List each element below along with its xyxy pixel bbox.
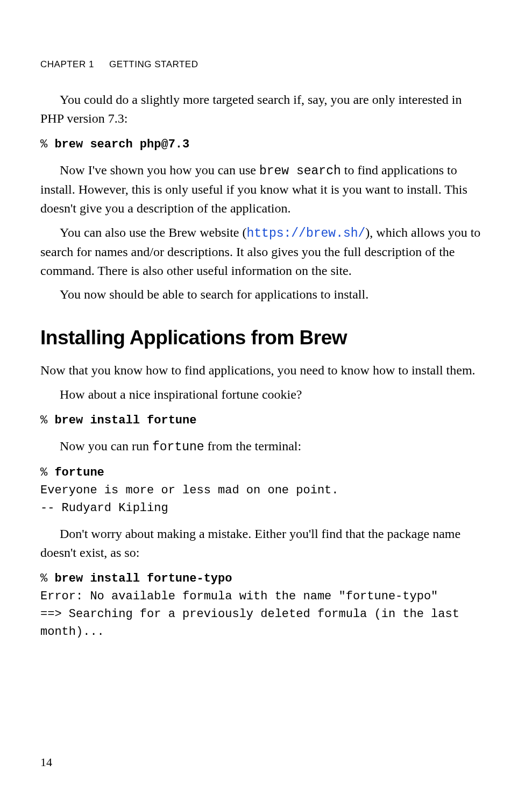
code-block: % brew install fortune (40, 412, 481, 429)
code-block: % fortune Everyone is more or less mad o… (40, 464, 481, 517)
shell-output: Error: No available formula with the nam… (40, 590, 438, 603)
brew-link[interactable]: https://brew.sh/ (247, 226, 366, 240)
shell-output: ==> Searching for a previously deleted f… (40, 607, 466, 639)
page-number: 14 (40, 755, 52, 769)
shell-prompt: % (40, 414, 54, 427)
chapter-number: Chapter 1 (40, 59, 94, 70)
inline-code: fortune (152, 440, 204, 454)
shell-output: -- Rudyard Kipling (40, 501, 168, 515)
shell-prompt: % (40, 466, 54, 479)
shell-command: brew install fortune-typo (54, 572, 232, 585)
code-block: % brew search php@7.3 (40, 136, 481, 153)
paragraph: You now should be able to search for app… (40, 285, 481, 304)
paragraph: Now that you know how to find applicatio… (40, 361, 481, 380)
shell-prompt: % (40, 138, 54, 151)
paragraph: Now I've shown you how you can use brew … (40, 161, 481, 218)
shell-command: fortune (54, 466, 104, 479)
paragraph: You can also use the Brew website (https… (40, 223, 481, 280)
paragraph: How about a nice inspirational fortune c… (40, 385, 481, 404)
chapter-header: Chapter 1Getting Started (40, 59, 481, 70)
paragraph: You could do a slightly more targeted se… (40, 90, 481, 128)
shell-output: Everyone is more or less mad on one poin… (40, 484, 339, 497)
chapter-title: Getting Started (109, 59, 198, 69)
page-content: Chapter 1Getting Started You could do a … (0, 0, 532, 641)
paragraph: Now you can run fortune from the termina… (40, 437, 481, 456)
code-block: % brew install fortune-typo Error: No av… (40, 570, 481, 641)
paragraph: Don't worry about making a mistake. Eith… (40, 525, 481, 562)
shell-prompt: % (40, 572, 54, 585)
shell-command: brew search php@7.3 (54, 138, 189, 151)
section-heading: Installing Applications from Brew (40, 327, 481, 349)
inline-code: brew search (259, 164, 341, 178)
shell-command: brew install fortune (54, 414, 196, 427)
